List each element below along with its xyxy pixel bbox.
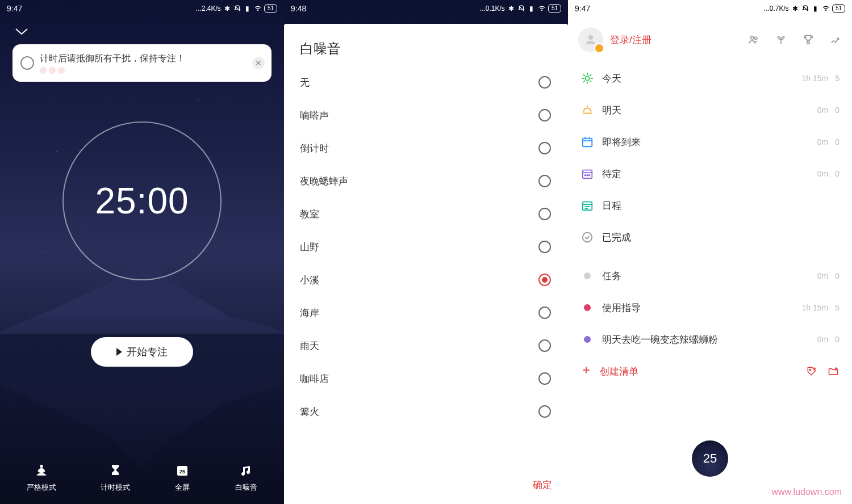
white-noise-option[interactable]: 雨天 xyxy=(284,329,568,362)
white-noise-option[interactable]: 夜晚蟋蟀声 xyxy=(284,165,568,198)
list-item-meta: 0m0 xyxy=(817,137,840,146)
create-list-label: 创建清单 xyxy=(600,365,638,378)
login-register-link[interactable]: 登录/注册 xyxy=(610,33,651,47)
radio-icon xyxy=(538,339,551,352)
list-item-label: 待定 xyxy=(602,167,809,180)
svg-line-20 xyxy=(590,75,591,76)
pomodoro-badge: 25 xyxy=(703,451,717,466)
svg-point-10 xyxy=(751,36,754,40)
white-noise-option[interactable]: 海岸 xyxy=(284,296,568,329)
white-noise-option[interactable]: 篝火 xyxy=(284,395,568,428)
trophy-icon[interactable] xyxy=(802,33,815,46)
radio-icon xyxy=(538,208,551,220)
stats-icon[interactable] xyxy=(829,33,842,46)
list-item-label: 任务 xyxy=(602,270,809,283)
option-label: 咖啡店 xyxy=(300,372,329,385)
avatar[interactable] xyxy=(578,27,603,52)
smart-list-item[interactable]: 日程 xyxy=(568,190,852,221)
smart-list-item[interactable]: 即将到来 0m0 xyxy=(568,126,852,158)
meditate-icon xyxy=(33,462,50,479)
list-item-label: 今天 xyxy=(602,72,794,85)
tag-list-item[interactable]: 明天去吃一碗变态辣螺蛳粉 0m0 xyxy=(568,324,852,355)
add-folder-icon[interactable] xyxy=(827,365,840,377)
list-item-meta: 1h 15m5 xyxy=(802,303,840,312)
sun-icon xyxy=(580,72,594,85)
status-battery: 51 xyxy=(832,4,845,13)
smart-list-item[interactable]: 待定 0m0 xyxy=(568,158,852,190)
option-label: 山野 xyxy=(300,241,319,254)
notice-radio-icon xyxy=(20,56,34,70)
list-item-meta: 0m0 xyxy=(817,106,840,115)
screen-focus-timer: 9:47 ...2.4K/s ✱ ▮ 51 计时后请抵御所有干扰，保持专注！ ✕ xyxy=(0,0,284,504)
svg-text:25: 25 xyxy=(179,469,185,474)
svg-point-31 xyxy=(589,175,590,176)
signal-icon: ▮ xyxy=(528,5,536,12)
white-noise-option[interactable]: 教室 xyxy=(284,198,568,230)
list-item-meta: 0m0 xyxy=(817,335,840,344)
smart-list-item[interactable]: 明天 0m0 xyxy=(568,94,852,126)
music-icon xyxy=(238,462,255,479)
white-noise-option[interactable]: 山野 xyxy=(284,230,568,263)
svg-line-19 xyxy=(584,81,585,82)
smart-list-item[interactable]: 已完成 xyxy=(568,221,852,253)
svg-line-17 xyxy=(584,75,585,76)
tag-dot-icon xyxy=(580,269,594,283)
status-bar: 9:48 ...0.1K/s ✱ ▮ 51 xyxy=(284,0,568,16)
create-list-row[interactable]: 创建清单 xyxy=(568,355,852,387)
list-item-meta: 0m0 xyxy=(817,169,840,178)
signal-icon: ▮ xyxy=(812,5,820,12)
radio-icon xyxy=(538,241,551,253)
wifi-icon xyxy=(538,5,546,12)
friends-icon[interactable] xyxy=(747,33,760,46)
tab-fullscreen[interactable]: 25 全屏 xyxy=(174,462,191,493)
white-noise-modal: 白噪音 无嘀嗒声倒计时夜晚蟋蟀声教室山野小溪海岸雨天咖啡店篝火 确定 xyxy=(284,24,568,504)
tag-list-item[interactable]: 使用指导 1h 15m5 xyxy=(568,292,852,324)
option-label: 倒计时 xyxy=(300,142,329,155)
start-focus-button[interactable]: 开始专注 xyxy=(91,337,193,367)
svg-point-8 xyxy=(825,10,826,10)
tab-strict-mode[interactable]: 严格模式 xyxy=(27,462,56,493)
svg-point-9 xyxy=(588,35,593,40)
radio-icon xyxy=(538,306,551,319)
check-icon xyxy=(580,230,594,244)
timer-display: 25:00 xyxy=(95,180,189,222)
tab-timer-mode[interactable]: 计时模式 xyxy=(101,462,130,493)
tag-list-item[interactable]: 任务 0m0 xyxy=(568,260,852,292)
pomodoro-shortcut[interactable]: 25 xyxy=(692,440,728,477)
notice-text: 计时后请抵御所有干扰，保持专注！ xyxy=(40,52,264,65)
status-net: ...0.7K/s xyxy=(764,5,789,12)
hourglass-icon xyxy=(107,462,124,479)
white-noise-option[interactable]: 无 xyxy=(284,66,568,99)
focus-notice-card[interactable]: 计时后请抵御所有干扰，保持专注！ ✕ xyxy=(12,44,272,82)
tab-white-noise[interactable]: 白噪音 xyxy=(235,462,257,493)
list-item-label: 明天去吃一碗变态辣螺蛳粉 xyxy=(602,333,809,346)
watermark-text: www.ludown.com xyxy=(771,487,842,497)
collapse-button[interactable] xyxy=(0,16,284,39)
option-label: 教室 xyxy=(300,208,319,221)
list-item-label: 日程 xyxy=(602,199,832,212)
sprout-icon[interactable] xyxy=(775,33,787,46)
radio-icon xyxy=(538,372,551,385)
white-noise-option[interactable]: 咖啡店 xyxy=(284,362,568,395)
modal-confirm-button[interactable]: 确定 xyxy=(284,469,568,504)
radio-icon xyxy=(538,175,551,187)
calendar-dots-icon xyxy=(580,167,594,180)
mute-icon xyxy=(801,5,809,12)
white-noise-option-list: 无嘀嗒声倒计时夜晚蟋蟀声教室山野小溪海岸雨天咖啡店篝火 xyxy=(284,66,568,469)
svg-point-12 xyxy=(585,76,589,80)
radio-icon xyxy=(538,142,551,154)
smart-list-item[interactable]: 今天 1h 15m5 xyxy=(568,62,852,94)
screen-sidebar-lists: 9:47 ...0.7K/s ✱ ▮ 51 登录/注册 xyxy=(568,0,852,504)
radio-icon xyxy=(538,109,551,121)
list-item-label: 明天 xyxy=(602,104,809,117)
notice-close-button[interactable]: ✕ xyxy=(252,57,265,69)
tag-list-section: 任务 0m0 使用指导 1h 15m5 明天去吃一碗变态辣螺蛳粉 0m0 xyxy=(568,257,852,355)
add-tag-icon[interactable] xyxy=(805,365,818,377)
svg-point-11 xyxy=(754,37,757,40)
play-icon xyxy=(116,348,122,356)
white-noise-option[interactable]: 嘀嗒声 xyxy=(284,99,568,132)
timer-ring[interactable]: 25:00 xyxy=(62,121,222,280)
svg-point-6 xyxy=(541,10,542,10)
white-noise-option[interactable]: 小溪 xyxy=(284,263,568,296)
white-noise-option[interactable]: 倒计时 xyxy=(284,132,568,165)
